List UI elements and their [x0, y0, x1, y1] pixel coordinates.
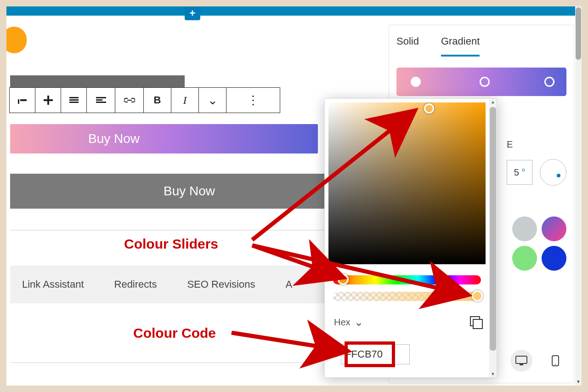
justify-button[interactable]	[61, 88, 87, 113]
block-tab-strip	[10, 75, 185, 87]
device-preview-row	[510, 350, 566, 372]
orange-shape	[6, 27, 27, 53]
alpha-slider[interactable]	[333, 292, 481, 301]
tab-solid[interactable]: Solid	[396, 35, 419, 50]
more-formatting-dropdown[interactable]: ⌄	[199, 88, 226, 113]
saturation-thumb[interactable]	[424, 103, 434, 114]
svg-rect-6	[69, 102, 79, 103]
alpha-thumb[interactable]	[472, 290, 483, 301]
color-picker-popup: Hex ⌄ # ▲ ▼	[324, 98, 497, 378]
main-scroll-down-arrow[interactable]: ▼	[575, 379, 582, 386]
gradient-button-preview[interactable]: Buy Now	[10, 124, 318, 153]
link-button[interactable]	[115, 88, 144, 113]
mobile-preview-button[interactable]	[544, 350, 566, 372]
swatch-green[interactable]	[512, 246, 537, 271]
svg-rect-7	[96, 97, 106, 98]
tab-redirects[interactable]: Redirects	[114, 278, 157, 290]
svg-rect-11	[520, 364, 523, 365]
scroll-up-arrow[interactable]: ▲	[489, 100, 497, 104]
tab-a-partial[interactable]: A	[285, 278, 292, 290]
hex-hash-label: #	[334, 349, 339, 360]
move-button[interactable]	[35, 88, 61, 113]
svg-rect-4	[69, 97, 79, 98]
svg-rect-0	[18, 99, 19, 104]
swatch-blue[interactable]	[542, 246, 566, 271]
gradient-stop-2[interactable]	[480, 77, 490, 87]
main-scrollbar[interactable]: ▼	[575, 6, 582, 386]
italic-button[interactable]: I	[171, 88, 199, 113]
annotation-sliders-label: Colour Sliders	[124, 236, 218, 252]
angle-dial[interactable]	[540, 159, 566, 186]
top-bar	[6, 6, 582, 16]
picker-scrollbar[interactable]: ▲ ▼	[489, 99, 497, 377]
svg-rect-1	[20, 99, 27, 101]
tab-link-assistant[interactable]: Link Assistant	[22, 278, 84, 290]
align-button[interactable]	[87, 88, 115, 113]
svg-point-13	[555, 364, 556, 365]
scroll-down-arrow[interactable]: ▼	[489, 372, 497, 376]
saturation-field[interactable]	[328, 102, 486, 264]
divider	[10, 362, 313, 363]
svg-rect-9	[96, 102, 106, 103]
main-scroll-thumb[interactable]	[576, 7, 581, 60]
add-block-button[interactable]: +	[185, 6, 200, 20]
swatch-pink-gradient[interactable]	[542, 216, 566, 241]
gradient-stop-3[interactable]	[544, 77, 554, 87]
preset-swatches	[512, 216, 566, 271]
hue-slider[interactable]	[333, 275, 481, 284]
color-format-select[interactable]: Hex ⌄	[334, 316, 363, 329]
align-left-indent-button[interactable]	[10, 88, 35, 113]
gradient-preview-bar[interactable]	[396, 68, 566, 96]
grey-button-preview[interactable]: Buy Now	[10, 174, 368, 209]
svg-rect-10	[516, 356, 527, 364]
more-options-button[interactable]: ⋮	[226, 88, 280, 113]
svg-rect-3	[44, 99, 53, 101]
block-toolbar: B I ⌄ ⋮	[9, 87, 280, 113]
hue-thumb[interactable]	[338, 274, 349, 285]
gradient-stop-1[interactable]	[411, 77, 421, 87]
desktop-preview-button[interactable]	[510, 350, 532, 372]
hex-value-input[interactable]	[341, 344, 410, 364]
swatch-grey[interactable]	[512, 216, 537, 241]
angle-input[interactable]: 5 °	[507, 160, 532, 185]
tab-seo-revisions[interactable]: SEO Revisions	[187, 278, 255, 290]
copy-color-button[interactable]	[470, 316, 482, 328]
angle-label-partial: E	[507, 139, 566, 150]
scroll-thumb[interactable]	[490, 107, 496, 351]
svg-rect-5	[69, 99, 79, 101]
tab-gradient[interactable]: Gradient	[441, 35, 480, 50]
bold-button[interactable]: B	[144, 88, 171, 113]
svg-rect-8	[96, 99, 102, 101]
annotation-code-label: Colour Code	[133, 325, 216, 341]
